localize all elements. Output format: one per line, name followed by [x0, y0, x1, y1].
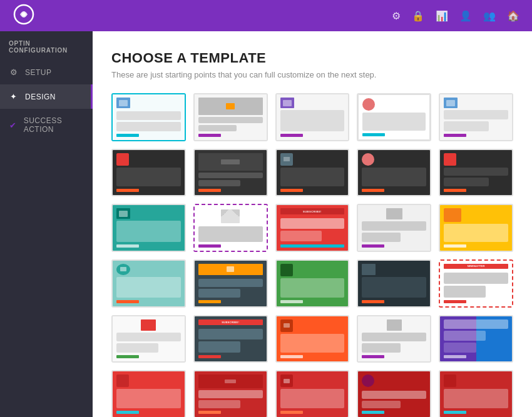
main-layout: Optin Configuration ⚙ Setup ✦ Design ✔ S…	[0, 31, 532, 417]
template-card-4[interactable]	[357, 93, 431, 141]
user-icon[interactable]: 👤	[459, 10, 472, 22]
template-card-8[interactable]	[275, 149, 350, 197]
template-card-23[interactable]	[275, 315, 350, 363]
template-card-10[interactable]	[439, 149, 513, 197]
template-card-19[interactable]	[357, 259, 431, 308]
template-card-24[interactable]	[357, 315, 431, 363]
template-card-1[interactable]	[111, 93, 186, 141]
template-card-18[interactable]	[275, 259, 350, 308]
template-card-14[interactable]	[357, 204, 431, 252]
template-card-7[interactable]	[193, 149, 268, 197]
main-content: CHOOSE A TEMPLATE These are just startin…	[93, 31, 532, 417]
template-card-26[interactable]	[111, 370, 186, 417]
sidebar: Optin Configuration ⚙ Setup ✦ Design ✔ S…	[0, 31, 93, 417]
template-card-13[interactable]: SUBSCRIBE!	[275, 204, 350, 252]
template-card-5[interactable]	[439, 93, 513, 141]
template-card-3[interactable]	[275, 93, 350, 141]
chart-icon[interactable]: 📊	[436, 10, 448, 22]
gear-icon[interactable]: ⚙	[392, 10, 401, 22]
template-grid: SUBSCRIBE!	[111, 93, 513, 417]
template-card-17[interactable]	[193, 259, 268, 308]
app-header: ⚙ 🔒 📊 👤 👥 🏠	[0, 0, 532, 31]
template-card-25[interactable]	[439, 315, 513, 363]
logo	[13, 3, 35, 28]
sidebar-item-success-action-label: Success Action	[24, 116, 84, 134]
template-card-20[interactable]: NEWSLETTER	[439, 259, 513, 308]
design-icon: ✦	[9, 92, 19, 101]
template-card-28[interactable]	[275, 370, 350, 417]
template-card-21[interactable]	[111, 315, 186, 363]
sidebar-item-design[interactable]: ✦ Design	[0, 84, 93, 109]
users-icon[interactable]: 👥	[483, 10, 496, 22]
check-icon: ✔	[9, 121, 18, 130]
template-card-9[interactable]	[357, 149, 431, 197]
lock-icon[interactable]: 🔒	[412, 10, 424, 22]
sidebar-item-setup[interactable]: ⚙ Setup	[0, 60, 93, 84]
sidebar-item-success-action[interactable]: ✔ Success Action	[0, 109, 93, 141]
header-nav-icons: ⚙ 🔒 📊 👤 👥 🏠	[392, 10, 519, 22]
template-card-12[interactable]	[193, 204, 268, 252]
svg-point-1	[22, 13, 26, 16]
template-card-29[interactable]	[357, 370, 431, 417]
template-card-15[interactable]	[439, 204, 513, 252]
template-card-22[interactable]: SUBSCRIBE!	[193, 315, 268, 363]
gear-icon: ⚙	[9, 68, 19, 77]
page-subtitle: These are just starting points that you …	[111, 70, 513, 79]
template-card-30[interactable]	[439, 370, 513, 417]
home-icon[interactable]: 🏠	[507, 10, 519, 22]
template-card-27[interactable]	[193, 370, 268, 417]
template-card-16[interactable]	[111, 259, 186, 308]
template-card-6[interactable]	[111, 149, 186, 197]
page-title: CHOOSE A TEMPLATE	[111, 50, 513, 66]
sidebar-item-setup-label: Setup	[25, 68, 52, 77]
sidebar-item-design-label: Design	[25, 93, 56, 101]
template-card-2[interactable]	[193, 93, 268, 141]
sidebar-section-label: Optin Configuration	[0, 31, 93, 60]
template-card-11[interactable]	[111, 204, 186, 252]
